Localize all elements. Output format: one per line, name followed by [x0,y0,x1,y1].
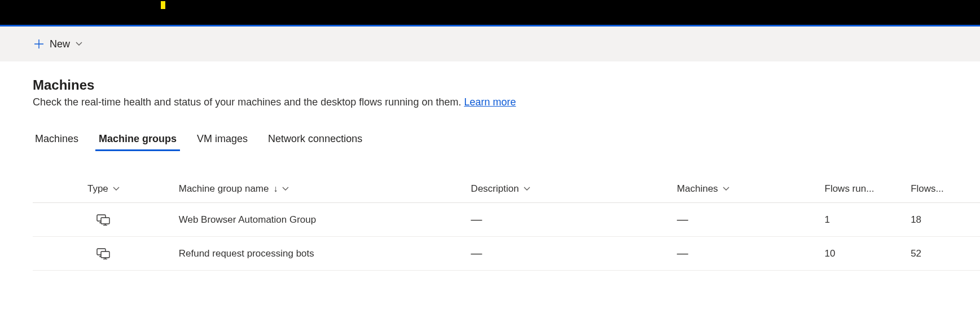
cell-flows-queued: 18 [911,214,921,225]
column-header-label: Flows run... [825,183,874,194]
cell-machines: — [677,247,688,259]
table-row[interactable]: Web Browser Automation Group — — 1 18 [33,203,980,237]
page-title: Machines [33,77,980,93]
chevron-down-icon [76,41,82,47]
column-header-label: Machine group name [179,183,269,195]
cell-description: — [471,213,482,226]
cell-name: Refund request processing bots [179,248,314,259]
tab-label: VM images [197,133,248,144]
tab-machines[interactable]: Machines [33,131,81,151]
column-header-label: Machines [677,183,718,195]
chevron-down-icon [113,186,120,192]
chevron-down-icon [524,186,530,192]
tabs: Machines Machine groups VM images Networ… [33,131,980,151]
column-header-machines[interactable]: Machines [673,175,820,203]
chevron-down-icon [282,186,289,192]
tab-label: Machine groups [99,133,177,144]
column-header-label: Type [87,183,108,195]
yellow-marker [161,1,165,9]
tab-vm-images[interactable]: VM images [195,131,250,151]
column-header-name[interactable]: Machine group name ↓ [174,175,467,203]
command-bar: New [0,27,980,61]
tab-label: Machines [35,133,78,144]
column-header-label: Flows... [911,183,944,194]
column-header-type[interactable]: Type [33,175,174,203]
machine-groups-table: Type Machine group name ↓ [33,175,980,271]
new-button[interactable]: New [30,36,86,52]
plus-icon [34,39,44,49]
machine-group-icon [37,248,170,259]
new-button-label: New [50,38,70,50]
table-header-row: Type Machine group name ↓ [33,175,980,203]
page-body: Machines Check the real-time health and … [0,61,980,271]
table-row[interactable]: Refund request processing bots — — 10 52 [33,237,980,271]
svg-rect-3 [101,218,109,224]
svg-rect-9 [101,251,109,258]
column-header-flows-queued[interactable]: Flows... [906,175,980,203]
chevron-down-icon [723,186,729,192]
cell-flows-running: 1 [825,214,830,225]
page-description-text: Check the real-time health and status of… [33,96,464,108]
cell-name: Web Browser Automation Group [179,214,316,225]
column-header-description[interactable]: Description [467,175,673,203]
column-header-flows-running[interactable]: Flows run... [820,175,907,203]
column-header-label: Description [471,183,519,195]
cell-flows-queued: 52 [911,248,921,259]
cell-machines: — [677,213,688,226]
tab-network-connections[interactable]: Network connections [266,131,364,151]
tab-label: Network connections [268,133,362,144]
learn-more-link[interactable]: Learn more [464,96,516,108]
page-description: Check the real-time health and status of… [33,96,980,108]
tab-machine-groups[interactable]: Machine groups [96,131,179,151]
cell-flows-running: 10 [825,248,836,259]
table-wrap: Type Machine group name ↓ [33,175,980,271]
machine-group-icon [37,214,170,226]
top-black-bar [0,0,980,25]
sort-arrow-icon: ↓ [273,184,278,194]
cell-description: — [471,247,482,259]
